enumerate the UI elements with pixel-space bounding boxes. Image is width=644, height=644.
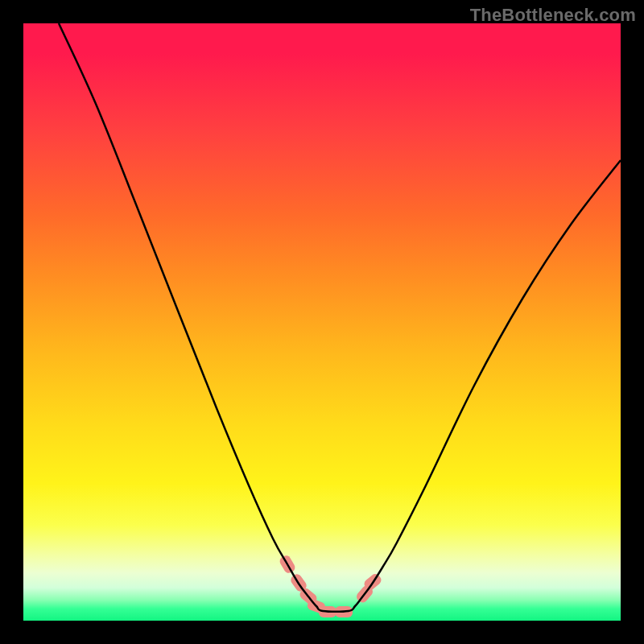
chart-svg <box>23 23 621 621</box>
bottleneck-curve-path <box>59 23 621 612</box>
chart-plot-area <box>23 23 621 621</box>
markers-group <box>278 554 382 617</box>
watermark-text: TheBottleneck.com <box>470 5 636 26</box>
chart-frame: TheBottleneck.com <box>0 0 644 644</box>
